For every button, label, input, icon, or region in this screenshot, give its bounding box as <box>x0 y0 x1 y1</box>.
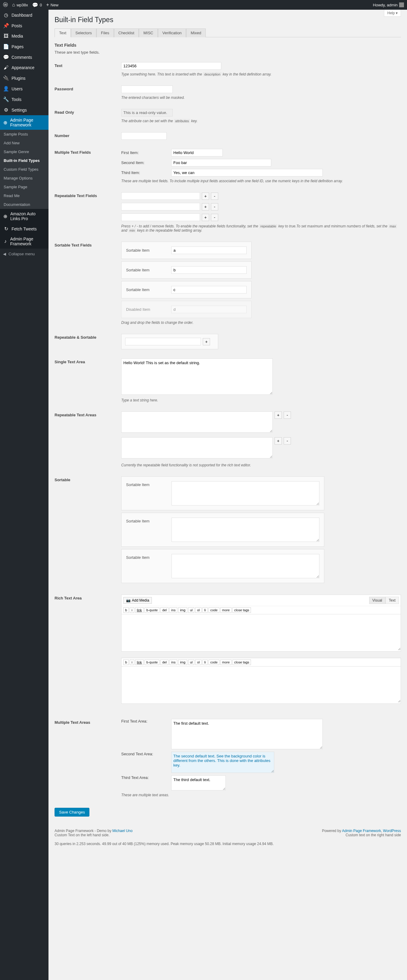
multi-input[interactable] <box>171 159 271 167</box>
ql-b[interactable]: b <box>123 660 129 665</box>
ql-ins[interactable]: ins <box>169 607 177 613</box>
sidebar-item[interactable]: ◷Dashboard <box>0 10 48 20</box>
sortable-input[interactable] <box>171 286 247 294</box>
ql-ul[interactable]: ul <box>188 660 194 665</box>
sortable-textarea[interactable] <box>172 481 320 506</box>
ql-ins[interactable]: ins <box>169 660 177 665</box>
password-input[interactable] <box>121 86 173 93</box>
repsort-input[interactable] <box>125 338 201 345</box>
submenu-item[interactable]: Sample Genre <box>0 147 48 156</box>
sortable-ta-item[interactable]: Sortable Item <box>121 513 324 547</box>
multi-textarea[interactable]: The second default text. See the backgro… <box>171 752 274 773</box>
tab-text[interactable]: Text <box>54 29 71 37</box>
ql-i[interactable]: i <box>130 660 134 665</box>
remove-button[interactable]: - <box>211 214 218 221</box>
ql-code[interactable]: code <box>208 607 219 613</box>
rep-textarea[interactable] <box>121 437 273 458</box>
submenu-item[interactable]: Add New <box>0 138 48 147</box>
multi-input[interactable] <box>171 149 223 156</box>
add-button[interactable]: + <box>275 412 282 419</box>
multi-input[interactable] <box>171 169 323 177</box>
submenu-item[interactable]: Custom Field Types <box>0 165 48 174</box>
number-input[interactable] <box>121 132 167 140</box>
sortable-item[interactable]: Sortable Item <box>121 281 251 298</box>
rep-input[interactable] <box>121 192 200 200</box>
ql-li[interactable]: li <box>202 607 208 613</box>
multi-textarea[interactable]: The third default text. <box>171 775 226 791</box>
sortable-ta-item[interactable]: Sortable Item <box>121 549 324 583</box>
remove-button[interactable]: - <box>211 192 218 200</box>
sidebar-item[interactable]: ↻Fetch Tweets <box>0 223 48 234</box>
howdy-link[interactable]: Howdy, admin <box>373 2 404 7</box>
ql-more[interactable]: more <box>220 660 232 665</box>
sidebar-item[interactable]: 🖼Media <box>0 31 48 41</box>
sidebar-item[interactable]: 📄Pages <box>0 41 48 52</box>
rep-input[interactable] <box>121 213 200 221</box>
ql-close tags[interactable]: close tags <box>232 607 251 613</box>
sortable-item[interactable]: Sortable Item <box>121 242 251 259</box>
sidebar-item[interactable]: 🔌Plugins <box>0 73 48 83</box>
tab-selectors[interactable]: Selectors <box>71 29 96 37</box>
tab-misc[interactable]: MISC <box>139 29 158 37</box>
wp-logo[interactable]: ⓦ <box>3 2 8 8</box>
ql-img[interactable]: img <box>178 660 187 665</box>
visual-tab[interactable]: Visual <box>369 597 385 604</box>
ql-b[interactable]: b <box>123 607 129 613</box>
ql-ol[interactable]: ol <box>195 607 202 613</box>
tab-files[interactable]: Files <box>96 29 114 37</box>
rich-textarea[interactable] <box>121 614 401 651</box>
apf-link[interactable]: Admin Page Framework <box>342 829 381 833</box>
site-link[interactable]: ⌂wp38x <box>12 2 28 8</box>
ql-link[interactable]: link <box>135 660 144 665</box>
ql-li[interactable]: li <box>202 660 208 665</box>
tab-verification[interactable]: Verification <box>158 29 186 37</box>
submenu-item[interactable]: Built-in Field Types <box>0 156 48 165</box>
sidebar-item[interactable]: ⊕Admin Page Framework <box>0 115 48 130</box>
submenu-item[interactable]: Manage Options <box>0 174 48 183</box>
ql-del[interactable]: del <box>160 607 169 613</box>
remove-button[interactable]: - <box>211 203 218 210</box>
single-textarea[interactable]: Hello World! This is set as the default … <box>121 358 273 395</box>
new-link[interactable]: +New <box>46 2 58 8</box>
ql-code[interactable]: code <box>208 660 219 665</box>
add-button[interactable]: + <box>202 203 209 210</box>
add-button[interactable]: + <box>203 338 210 345</box>
rep-textarea[interactable] <box>121 412 273 433</box>
sortable-input[interactable] <box>171 266 247 274</box>
ql-b-quote[interactable]: b-quote <box>145 607 159 613</box>
sortable-textarea[interactable] <box>172 554 320 578</box>
remove-button[interactable]: - <box>284 412 291 419</box>
ql-img[interactable]: img <box>178 607 187 613</box>
save-button[interactable]: Save Changes <box>54 808 89 816</box>
sidebar-item[interactable]: ⊕Amazon Auto Links Pro <box>0 209 48 223</box>
add-button[interactable]: + <box>202 214 209 221</box>
comments-link[interactable]: 💬0 <box>32 2 42 8</box>
repsort-box[interactable]: + <box>121 334 218 349</box>
rep-input[interactable] <box>121 203 200 210</box>
ql-ol[interactable]: ol <box>195 660 202 665</box>
sidebar-item[interactable]: 🖌Appearance <box>0 62 48 73</box>
ql-b-quote[interactable]: b-quote <box>145 660 159 665</box>
sidebar-item[interactable]: 👤Users <box>0 83 48 94</box>
rich-textarea[interactable] <box>121 666 401 703</box>
ql-link[interactable]: link <box>135 607 144 613</box>
text-input[interactable] <box>121 62 221 70</box>
sortable-ta-item[interactable]: Sortable Item <box>121 476 324 510</box>
sortable-item[interactable]: Sortable Item <box>121 261 251 278</box>
sortable-textarea[interactable] <box>172 518 320 542</box>
add-button[interactable]: + <box>202 192 209 200</box>
sidebar-item[interactable]: 📌Posts <box>0 20 48 31</box>
sidebar-item[interactable]: 🔧Tools <box>0 94 48 105</box>
tab-mixed[interactable]: Mixed <box>186 29 206 37</box>
author-link[interactable]: Michael Uno <box>113 829 133 833</box>
ql-i[interactable]: i <box>130 607 134 613</box>
multi-textarea[interactable]: The first default text. <box>171 719 323 749</box>
help-button[interactable]: Help ▾ <box>384 10 401 17</box>
text-tab[interactable]: Text <box>385 597 399 604</box>
wp-link[interactable]: WordPress <box>383 829 401 833</box>
submenu-item[interactable]: Sample Page <box>0 183 48 191</box>
ql-close tags[interactable]: close tags <box>232 660 251 665</box>
ql-ul[interactable]: ul <box>188 607 194 613</box>
sortable-item[interactable]: Disabled Item <box>121 301 251 318</box>
sortable-input[interactable] <box>171 247 247 254</box>
